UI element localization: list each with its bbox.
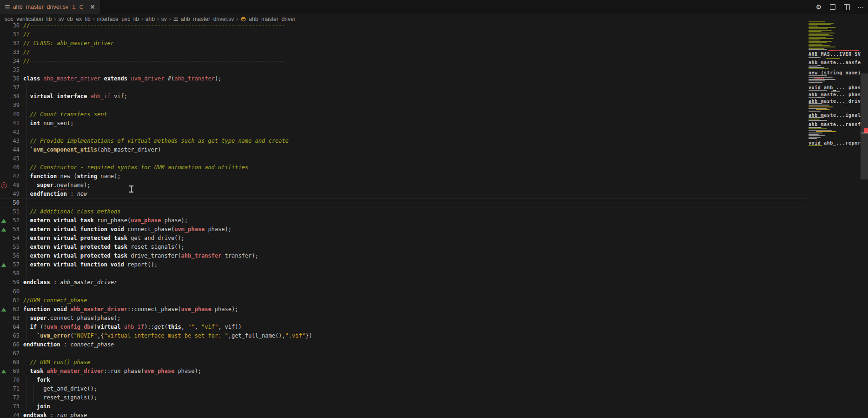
code-line-59[interactable]: 59endclass : ahb_master_driver — [0, 278, 808, 287]
line-number[interactable]: 36 — [7, 74, 20, 83]
line-number[interactable]: 52 — [7, 216, 20, 225]
code-line-61[interactable]: 61//UVM connect_phase — [0, 296, 808, 305]
code-line-44[interactable]: 44 `uvm_component_utils(ahb_master_drive… — [0, 146, 808, 154]
line-number[interactable]: 44 — [7, 146, 20, 154]
code-line-30[interactable]: 30//------------------------------------… — [0, 21, 808, 30]
line-number[interactable]: 45 — [7, 154, 20, 163]
line-number[interactable]: 69 — [7, 367, 20, 376]
code-line-50[interactable]: 50 — [0, 199, 808, 207]
code-line-56[interactable]: 56 extern virtual protected task drive_t… — [0, 252, 808, 260]
code-line-65[interactable]: 65 `uvm_error("NOVIF",{"virtual interfac… — [0, 332, 808, 340]
line-number[interactable]: 49 — [7, 190, 20, 199]
line-number[interactable]: 59 — [7, 278, 20, 287]
tab-close-icon[interactable]: ✕ — [90, 4, 95, 10]
code-line-37[interactable]: 37 — [0, 83, 808, 92]
code-line-36[interactable]: 36class ahb_master_driver extends uvm_dr… — [0, 74, 808, 83]
line-number[interactable]: 68 — [7, 358, 20, 367]
code-line-55[interactable]: 55 extern virtual protected task reset_s… — [0, 243, 808, 252]
line-number[interactable]: 66 — [7, 340, 20, 349]
line-number[interactable]: 58 — [7, 269, 20, 278]
code-line-41[interactable]: 41 int num_sent; — [0, 119, 808, 128]
code-line-69[interactable]: 69 task ahb_master_driver::run_phase(uvm… — [0, 367, 808, 376]
code-line-38[interactable]: 38 virtual interface ahb_if vif; — [0, 92, 808, 101]
line-number[interactable]: 57 — [7, 260, 20, 269]
code-line-35[interactable]: 35 — [0, 66, 808, 74]
code-line-42[interactable]: 42 — [0, 128, 808, 137]
line-number[interactable]: 54 — [7, 234, 20, 243]
line-number[interactable]: 41 — [7, 119, 20, 128]
line-number[interactable]: 51 — [7, 207, 20, 216]
line-number[interactable]: 63 — [7, 314, 20, 323]
line-number[interactable]: 60 — [7, 287, 20, 296]
line-number[interactable]: 38 — [7, 92, 20, 101]
panel-square-icon[interactable] — [829, 3, 836, 11]
line-number[interactable]: 67 — [7, 349, 20, 358]
code-line-47[interactable]: 47 function new (string name); — [0, 172, 808, 181]
code-line-49[interactable]: 49 endfunction : new — [0, 190, 808, 199]
line-number[interactable]: 71 — [7, 385, 20, 393]
tab-ahb-master-driver[interactable]: ☰ ahb_master_driver.sv 1, C ✕ — [0, 0, 100, 14]
code-line-54[interactable]: 54 extern virtual protected task get_and… — [0, 234, 808, 243]
code-line-53[interactable]: 53 extern virtual function void connect_… — [0, 225, 808, 234]
code-line-66[interactable]: 66endfunction : connect_phase — [0, 340, 808, 349]
minimap[interactable]: AHB_MAS...IVER_SVahb_maste...ansfer);new… — [808, 21, 861, 418]
line-number[interactable]: 34 — [7, 57, 20, 66]
line-number[interactable]: 40 — [7, 110, 20, 119]
code-line-60[interactable]: 60 — [0, 287, 808, 296]
line-number[interactable]: 39 — [7, 101, 20, 110]
code-line-72[interactable]: 72 reset_signals(); — [0, 393, 808, 402]
line-number[interactable]: 50 — [7, 199, 20, 207]
scrollbar-slider[interactable] — [861, 73, 868, 179]
code-line-48[interactable]: ✕48 super.new(name); — [0, 181, 808, 190]
line-number[interactable]: 33 — [7, 48, 20, 57]
line-number[interactable]: 31 — [7, 30, 20, 39]
line-number[interactable]: 73 — [7, 402, 20, 411]
code-line-68[interactable]: 68 // UVM run() phase — [0, 358, 808, 367]
line-number[interactable]: 53 — [7, 225, 20, 234]
line-number[interactable]: 61 — [7, 296, 20, 305]
code-line-43[interactable]: 43 // Provide implmentations of virtual … — [0, 137, 808, 146]
code-line-71[interactable]: 71 get_and_drive(); — [0, 385, 808, 393]
code-line-46[interactable]: 46 // Constructor - required syntax for … — [0, 163, 808, 172]
code-line-51[interactable]: 51 // Additional class methods — [0, 207, 808, 216]
code-line-31[interactable]: 31// — [0, 30, 808, 39]
code-line-52[interactable]: 52 extern virtual task run_phase(uvm_pha… — [0, 216, 808, 225]
line-number[interactable]: 42 — [7, 128, 20, 137]
more-actions-icon[interactable]: ⋯ — [857, 3, 864, 11]
settings-gear-icon[interactable]: ⚙ — [815, 3, 822, 11]
code-line-73[interactable]: 73 join — [0, 402, 808, 411]
split-editor-icon[interactable] — [843, 3, 850, 11]
scrollbar[interactable] — [861, 21, 868, 418]
code-line-39[interactable]: 39 — [0, 101, 808, 110]
line-number[interactable]: 64 — [7, 323, 20, 332]
code-line-33[interactable]: 33// — [0, 48, 808, 57]
code-line-32[interactable]: 32// CLASS: ahb_master_driver — [0, 39, 808, 48]
line-number[interactable]: 74 — [7, 411, 20, 418]
line-number[interactable]: 43 — [7, 137, 20, 146]
code-line-63[interactable]: 63 super.connect_phase(phase); — [0, 314, 808, 323]
line-number[interactable]: 46 — [7, 163, 20, 172]
code-line-57[interactable]: 57 extern virtual function void report()… — [0, 260, 808, 269]
line-number[interactable]: 37 — [7, 83, 20, 92]
code-line-67[interactable]: 67 — [0, 349, 808, 358]
code-line-45[interactable]: 45 — [0, 154, 808, 163]
line-number[interactable]: 35 — [7, 66, 20, 74]
line-number[interactable]: 56 — [7, 252, 20, 260]
line-number[interactable]: 48 — [7, 181, 20, 190]
line-number[interactable]: 55 — [7, 243, 20, 252]
line-number[interactable]: 30 — [7, 21, 20, 30]
code-line-58[interactable]: 58 — [0, 269, 808, 278]
code-line-70[interactable]: 70 fork — [0, 376, 808, 385]
line-number[interactable]: 47 — [7, 172, 20, 181]
code-editor[interactable]: 30//------------------------------------… — [0, 21, 808, 418]
line-number[interactable]: 72 — [7, 393, 20, 402]
line-number[interactable]: 62 — [7, 305, 20, 314]
code-line-74[interactable]: 74endtask : run_phase — [0, 411, 808, 418]
code-line-40[interactable]: 40 // Count transfers sent — [0, 110, 808, 119]
line-number[interactable]: 70 — [7, 376, 20, 385]
line-number[interactable]: 65 — [7, 332, 20, 340]
code-line-64[interactable]: 64 if (!uvm_config_db#(virtual ahb_if)::… — [0, 323, 808, 332]
line-number[interactable]: 32 — [7, 39, 20, 48]
code-line-62[interactable]: 62function void ahb_master_driver::conne… — [0, 305, 808, 314]
code-line-34[interactable]: 34//------------------------------------… — [0, 57, 808, 66]
